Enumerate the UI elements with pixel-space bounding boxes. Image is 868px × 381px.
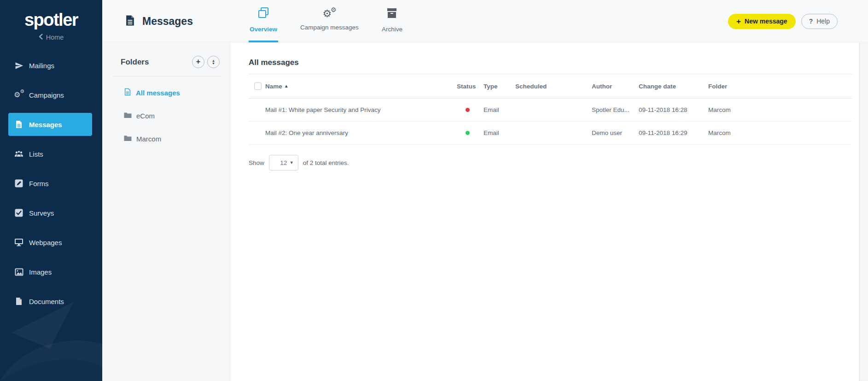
sidebar-item-campaigns[interactable]: ⚙⚙ Campaigns	[0, 80, 102, 110]
file-text-icon	[124, 88, 131, 97]
file-icon	[14, 297, 23, 306]
status-dot-red	[466, 108, 470, 112]
column-header-folder[interactable]: Folder	[708, 74, 852, 99]
caret-down-icon: ▼	[290, 160, 294, 165]
sidebar-item-images[interactable]: Images	[0, 257, 102, 287]
home-link[interactable]: Home	[0, 34, 102, 41]
divider	[113, 76, 221, 76]
show-label: Show	[249, 159, 264, 166]
message-scheduled	[515, 99, 592, 122]
folder-icon	[124, 135, 132, 143]
messages-table: Name▲ Status Type Scheduled Author Chang…	[249, 74, 852, 145]
sidebar-item-lists[interactable]: Lists	[0, 139, 102, 169]
folders-panel: Folders + ▲▼ All messages eCom Marcom	[102, 43, 230, 381]
folder-item-all-messages[interactable]: All messages	[103, 81, 230, 104]
message-author: Demo user	[592, 122, 639, 145]
message-author: Spotler Edu...	[592, 99, 639, 122]
message-name[interactable]: Mail #1: White paper Security and Privac…	[265, 99, 457, 122]
sidebar-item-documents[interactable]: Documents	[0, 287, 102, 316]
column-header-status[interactable]: Status	[457, 74, 484, 99]
sidebar-item-label: Mailings	[29, 62, 54, 70]
scrollbar-track[interactable]	[859, 43, 868, 381]
help-button[interactable]: ? Help	[801, 14, 838, 29]
header-actions: + New message ? Help	[728, 0, 838, 42]
message-scheduled	[515, 122, 592, 145]
column-header-change-date[interactable]: Change date	[639, 74, 708, 99]
sort-folders-button[interactable]: ▲▼	[207, 56, 220, 68]
spotler-logo: spotler	[0, 10, 102, 30]
message-folder: Marcom	[708, 122, 852, 145]
sidebar-item-label: Campaigns	[29, 91, 64, 99]
sidebar-item-label: Images	[29, 268, 52, 276]
sidebar-item-label: Lists	[29, 150, 43, 158]
gears-icon: ⚙⚙	[14, 90, 23, 100]
top-header: Messages Overview ⚙⚙ Campaign messages A…	[102, 0, 868, 42]
table-header-row: Name▲ Status Type Scheduled Author Chang…	[249, 74, 852, 99]
table-footer: Show 12 ▼ of 2 total entries.	[249, 155, 859, 170]
column-header-type[interactable]: Type	[484, 74, 515, 99]
gears-icon: ⚙⚙	[322, 6, 336, 20]
section-title: All messages	[249, 58, 859, 67]
message-name[interactable]: Mail #2: One year anniversary	[265, 122, 457, 145]
folder-icon	[124, 112, 132, 120]
file-text-icon	[124, 14, 136, 29]
page-title: Messages	[124, 0, 193, 42]
sidebar: spotler Home Mailings ⚙⚙ Campaigns Messa…	[0, 0, 102, 381]
sort-asc-icon: ▲	[284, 83, 289, 88]
sidebar-item-label: Webpages	[29, 239, 62, 246]
check-square-icon	[14, 208, 23, 217]
message-change-date: 09-11-2018 16:29	[639, 122, 708, 145]
sidebar-nav: Mailings ⚙⚙ Campaigns Messages Lists For…	[0, 51, 102, 316]
sidebar-item-webpages[interactable]: Webpages	[0, 228, 102, 257]
tab-archive[interactable]: Archive	[381, 0, 403, 42]
tab-campaign-messages[interactable]: ⚙⚙ Campaign messages	[299, 0, 360, 42]
message-change-date: 09-11-2018 16:28	[639, 99, 708, 122]
folder-item-marcom[interactable]: Marcom	[103, 127, 230, 150]
sidebar-item-messages[interactable]: Messages	[8, 113, 92, 136]
file-text-icon	[14, 120, 23, 129]
plus-icon: +	[736, 18, 741, 25]
sidebar-item-forms[interactable]: Forms	[0, 169, 102, 198]
message-folder: Marcom	[708, 99, 852, 122]
add-folder-button[interactable]: +	[192, 56, 204, 68]
select-all-checkbox[interactable]	[254, 82, 262, 90]
question-icon: ?	[809, 18, 813, 25]
monitor-icon	[14, 238, 23, 247]
message-type: Email	[484, 99, 515, 122]
archive-box-icon	[385, 6, 398, 22]
table-row[interactable]: Mail #2: One year anniversary Email Demo…	[249, 122, 852, 145]
message-type: Email	[484, 122, 515, 145]
sidebar-item-label: Surveys	[29, 209, 54, 217]
sidebar-item-label: Messages	[29, 121, 62, 129]
pencil-square-icon	[14, 179, 23, 188]
home-label: Home	[46, 34, 64, 41]
folder-item-ecom[interactable]: eCom	[103, 104, 230, 127]
sidebar-item-surveys[interactable]: Surveys	[0, 198, 102, 228]
total-entries-text: of 2 total entries.	[303, 159, 349, 166]
page-size-select[interactable]: 12 ▼	[269, 155, 298, 170]
folders-title: Folders	[121, 58, 189, 67]
sidebar-item-label: Forms	[29, 180, 49, 188]
tab-bar: Overview ⚙⚙ Campaign messages Archive	[249, 0, 403, 42]
chevron-left-icon	[39, 34, 43, 41]
tab-overview[interactable]: Overview	[249, 0, 278, 42]
table-row[interactable]: Mail #1: White paper Security and Privac…	[249, 99, 852, 122]
column-header-scheduled[interactable]: Scheduled	[515, 74, 592, 99]
image-icon	[14, 267, 23, 276]
column-header-author[interactable]: Author	[592, 74, 639, 99]
status-dot-green	[466, 131, 470, 135]
main-content: All messages Name▲ Status Type Scheduled…	[231, 43, 859, 381]
paper-plane-icon	[14, 61, 23, 70]
column-header-name[interactable]: Name▲	[265, 74, 457, 99]
users-icon	[14, 149, 23, 158]
sidebar-item-mailings[interactable]: Mailings	[0, 51, 102, 80]
sidebar-item-label: Documents	[29, 298, 64, 305]
new-message-button[interactable]: + New message	[728, 14, 796, 29]
copy-icon	[257, 6, 270, 22]
